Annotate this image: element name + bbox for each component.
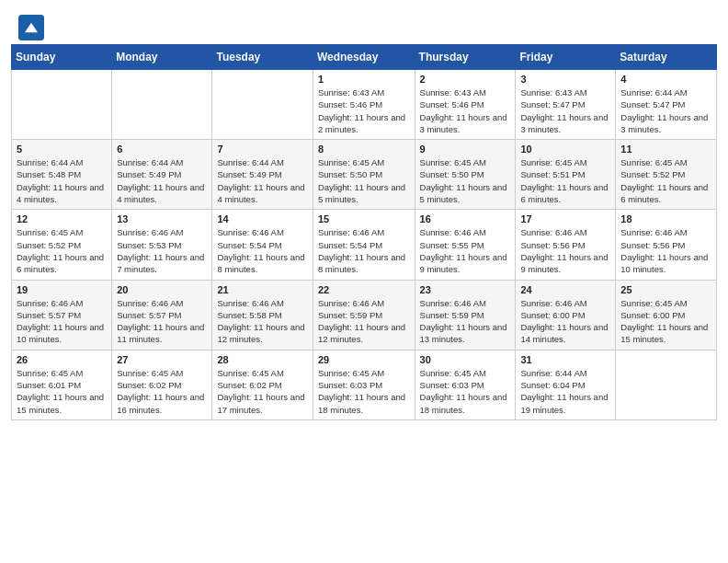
day-info: Sunrise: 6:45 AM Sunset: 6:03 PM Dayligh… — [420, 367, 511, 416]
day-info: Sunrise: 6:45 AM Sunset: 6:00 PM Dayligh… — [620, 297, 711, 346]
day-number: 21 — [217, 284, 307, 295]
day-number: 18 — [620, 213, 711, 224]
day-cell: 18Sunrise: 6:46 AM Sunset: 5:56 PM Dayli… — [616, 210, 717, 280]
day-cell: 14Sunrise: 6:46 AM Sunset: 5:54 PM Dayli… — [212, 210, 313, 280]
day-number: 26 — [17, 354, 107, 365]
weekday-header-row: SundayMondayTuesdayWednesdayThursdayFrid… — [12, 45, 717, 70]
day-info: Sunrise: 6:46 AM Sunset: 5:56 PM Dayligh… — [520, 226, 610, 275]
day-number: 28 — [217, 354, 307, 365]
day-number: 20 — [117, 284, 207, 295]
weekday-friday: Friday — [516, 45, 616, 70]
day-cell: 11Sunrise: 6:45 AM Sunset: 5:52 PM Dayli… — [616, 140, 717, 210]
day-cell: 16Sunrise: 6:46 AM Sunset: 5:55 PM Dayli… — [415, 210, 516, 280]
day-cell: 19Sunrise: 6:46 AM Sunset: 5:57 PM Dayli… — [12, 280, 112, 350]
day-number: 3 — [520, 74, 610, 85]
week-row: 12Sunrise: 6:45 AM Sunset: 5:52 PM Dayli… — [12, 210, 717, 280]
day-number: 9 — [420, 144, 511, 155]
day-number: 22 — [318, 284, 410, 295]
day-number: 12 — [17, 213, 107, 224]
day-number: 1 — [318, 74, 410, 85]
day-cell: 28Sunrise: 6:45 AM Sunset: 6:02 PM Dayli… — [212, 350, 313, 419]
day-info: Sunrise: 6:45 AM Sunset: 5:52 PM Dayligh… — [17, 226, 107, 275]
day-cell — [112, 70, 212, 140]
day-cell: 31Sunrise: 6:44 AM Sunset: 6:04 PM Dayli… — [516, 350, 616, 419]
day-info: Sunrise: 6:44 AM Sunset: 5:49 PM Dayligh… — [217, 156, 307, 205]
day-info: Sunrise: 6:45 AM Sunset: 6:03 PM Dayligh… — [318, 367, 410, 416]
weekday-wednesday: Wednesday — [313, 45, 415, 70]
day-number: 25 — [620, 284, 711, 295]
weekday-thursday: Thursday — [415, 45, 516, 70]
day-cell — [12, 70, 112, 140]
day-number: 31 — [520, 354, 610, 365]
day-cell — [212, 70, 313, 140]
day-info: Sunrise: 6:46 AM Sunset: 5:55 PM Dayligh… — [420, 226, 511, 275]
day-number: 27 — [117, 354, 207, 365]
day-cell: 27Sunrise: 6:45 AM Sunset: 6:02 PM Dayli… — [112, 350, 212, 419]
day-info: Sunrise: 6:44 AM Sunset: 5:48 PM Dayligh… — [17, 156, 107, 205]
day-number: 17 — [520, 213, 610, 224]
day-cell: 21Sunrise: 6:46 AM Sunset: 5:58 PM Dayli… — [212, 280, 313, 350]
day-number: 4 — [620, 74, 711, 85]
day-info: Sunrise: 6:46 AM Sunset: 5:56 PM Dayligh… — [620, 226, 711, 275]
weekday-sunday: Sunday — [12, 45, 112, 70]
day-number: 5 — [17, 144, 107, 155]
week-row: 5Sunrise: 6:44 AM Sunset: 5:48 PM Daylig… — [12, 140, 717, 210]
day-cell: 22Sunrise: 6:46 AM Sunset: 5:59 PM Dayli… — [313, 280, 415, 350]
week-row: 19Sunrise: 6:46 AM Sunset: 5:57 PM Dayli… — [12, 280, 717, 350]
day-cell — [616, 350, 717, 419]
weekday-saturday: Saturday — [616, 45, 717, 70]
day-cell: 7Sunrise: 6:44 AM Sunset: 5:49 PM Daylig… — [212, 140, 313, 210]
day-number: 29 — [318, 354, 410, 365]
day-info: Sunrise: 6:45 AM Sunset: 6:02 PM Dayligh… — [117, 367, 207, 416]
day-info: Sunrise: 6:45 AM Sunset: 5:50 PM Dayligh… — [318, 156, 410, 205]
day-number: 23 — [420, 284, 511, 295]
day-cell: 12Sunrise: 6:45 AM Sunset: 5:52 PM Dayli… — [12, 210, 112, 280]
day-number: 7 — [217, 144, 307, 155]
day-info: Sunrise: 6:44 AM Sunset: 5:49 PM Dayligh… — [117, 156, 207, 205]
logo-icon — [18, 15, 44, 40]
day-number: 16 — [420, 213, 511, 224]
day-number: 14 — [217, 213, 307, 224]
day-info: Sunrise: 6:45 AM Sunset: 5:51 PM Dayligh… — [520, 156, 610, 205]
day-info: Sunrise: 6:43 AM Sunset: 5:46 PM Dayligh… — [318, 86, 410, 135]
day-number: 10 — [520, 144, 610, 155]
day-cell: 20Sunrise: 6:46 AM Sunset: 5:57 PM Dayli… — [112, 280, 212, 350]
day-cell: 1Sunrise: 6:43 AM Sunset: 5:46 PM Daylig… — [313, 70, 415, 140]
day-info: Sunrise: 6:45 AM Sunset: 5:50 PM Dayligh… — [420, 156, 511, 205]
day-info: Sunrise: 6:43 AM Sunset: 5:46 PM Dayligh… — [420, 86, 511, 135]
day-cell: 17Sunrise: 6:46 AM Sunset: 5:56 PM Dayli… — [516, 210, 616, 280]
day-info: Sunrise: 6:46 AM Sunset: 5:59 PM Dayligh… — [420, 297, 511, 346]
day-info: Sunrise: 6:45 AM Sunset: 5:52 PM Dayligh… — [620, 156, 711, 205]
day-info: Sunrise: 6:44 AM Sunset: 6:04 PM Dayligh… — [520, 367, 610, 416]
day-number: 11 — [620, 144, 711, 155]
week-row: 26Sunrise: 6:45 AM Sunset: 6:01 PM Dayli… — [12, 350, 717, 419]
day-cell: 4Sunrise: 6:44 AM Sunset: 5:47 PM Daylig… — [616, 70, 717, 140]
day-cell: 23Sunrise: 6:46 AM Sunset: 5:59 PM Dayli… — [415, 280, 516, 350]
logo — [18, 15, 48, 40]
day-number: 6 — [117, 144, 207, 155]
day-info: Sunrise: 6:46 AM Sunset: 5:57 PM Dayligh… — [117, 297, 207, 346]
day-info: Sunrise: 6:43 AM Sunset: 5:47 PM Dayligh… — [520, 86, 610, 135]
weekday-tuesday: Tuesday — [212, 45, 313, 70]
day-cell: 25Sunrise: 6:45 AM Sunset: 6:00 PM Dayli… — [616, 280, 717, 350]
page-header — [0, 0, 728, 44]
day-info: Sunrise: 6:46 AM Sunset: 5:54 PM Dayligh… — [217, 226, 307, 275]
day-cell: 5Sunrise: 6:44 AM Sunset: 5:48 PM Daylig… — [12, 140, 112, 210]
day-number: 2 — [420, 74, 511, 85]
day-cell: 3Sunrise: 6:43 AM Sunset: 5:47 PM Daylig… — [516, 70, 616, 140]
day-cell: 6Sunrise: 6:44 AM Sunset: 5:49 PM Daylig… — [112, 140, 212, 210]
day-cell: 24Sunrise: 6:46 AM Sunset: 6:00 PM Dayli… — [516, 280, 616, 350]
day-number: 19 — [17, 284, 107, 295]
day-cell: 29Sunrise: 6:45 AM Sunset: 6:03 PM Dayli… — [313, 350, 415, 419]
day-info: Sunrise: 6:45 AM Sunset: 6:01 PM Dayligh… — [17, 367, 107, 416]
day-cell: 15Sunrise: 6:46 AM Sunset: 5:54 PM Dayli… — [313, 210, 415, 280]
day-number: 15 — [318, 213, 410, 224]
day-cell: 10Sunrise: 6:45 AM Sunset: 5:51 PM Dayli… — [516, 140, 616, 210]
day-info: Sunrise: 6:46 AM Sunset: 5:53 PM Dayligh… — [117, 226, 207, 275]
day-cell: 26Sunrise: 6:45 AM Sunset: 6:01 PM Dayli… — [12, 350, 112, 419]
day-info: Sunrise: 6:46 AM Sunset: 5:54 PM Dayligh… — [318, 226, 410, 275]
day-cell: 30Sunrise: 6:45 AM Sunset: 6:03 PM Dayli… — [415, 350, 516, 419]
day-number: 13 — [117, 213, 207, 224]
weekday-monday: Monday — [112, 45, 212, 70]
calendar-table: SundayMondayTuesdayWednesdayThursdayFrid… — [11, 44, 717, 420]
